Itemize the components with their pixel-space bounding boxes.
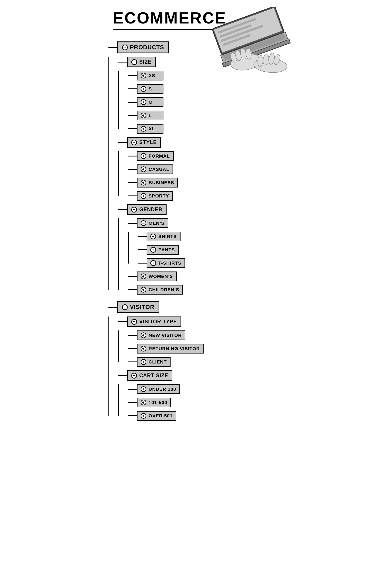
node-box-root-visitor[interactable]: VISITOR bbox=[117, 301, 159, 313]
tree-node-mens: MEN’SSHIRTSPANTST-SHIRTS bbox=[128, 218, 286, 268]
plus-icon-casual[interactable] bbox=[141, 167, 146, 172]
node-box-shirts[interactable]: SHIRTS bbox=[147, 231, 180, 241]
plus-icon-tshirts[interactable] bbox=[150, 260, 156, 266]
tree-node-sporty: SPORTY bbox=[128, 191, 286, 201]
node-box-mens[interactable]: MEN’S bbox=[137, 218, 168, 228]
children-inner-gender: MEN’SSHIRTSPANTST-SHIRTSWOMEN’SCHILDREN’… bbox=[118, 218, 286, 294]
node-box-formal[interactable]: FORMAL bbox=[137, 151, 174, 161]
node-box-size[interactable]: SIZE bbox=[127, 57, 156, 67]
node-row-pants: PANTS bbox=[138, 245, 286, 255]
node-row-casual: CASUAL bbox=[128, 165, 286, 174]
children-inner-root-visitor: VISITOR TYPENEW VISITORRETURNING VISITOR… bbox=[109, 316, 286, 421]
minus-icon-root-products[interactable] bbox=[122, 44, 128, 50]
node-label-s: S bbox=[149, 86, 152, 92]
node-row-shirts: SHIRTS bbox=[138, 231, 286, 241]
node-label-gender: GENDER bbox=[139, 207, 162, 212]
h-connector-size bbox=[118, 62, 127, 63]
plus-icon-xs[interactable] bbox=[141, 73, 146, 79]
node-row-new-visitor: NEW VISITOR bbox=[128, 331, 286, 340]
node-box-returning-visitor[interactable]: RETURNING VISITOR bbox=[137, 344, 203, 354]
node-box-childrens[interactable]: CHILDREN’S bbox=[137, 285, 183, 294]
tree-node-business: BUSINESS bbox=[128, 178, 286, 188]
node-box-l[interactable]: L bbox=[137, 111, 163, 120]
children-inner-style: FORMALCASUALBUSINESSSPORTY bbox=[118, 151, 286, 201]
vert-line-size bbox=[118, 71, 119, 129]
minus-icon-style[interactable] bbox=[131, 140, 137, 145]
node-box-womens[interactable]: WOMEN’S bbox=[137, 272, 177, 281]
tree-node-womens: WOMEN’S bbox=[128, 272, 286, 281]
tree-node-cart-size: CART SIZEUNDER 100101-500OVER 501 bbox=[118, 370, 286, 421]
node-box-xl[interactable]: XL bbox=[137, 124, 163, 134]
plus-icon-returning-visitor[interactable] bbox=[141, 346, 146, 352]
plus-icon-formal[interactable] bbox=[141, 153, 146, 159]
node-label-client: CLIENT bbox=[149, 359, 167, 365]
node-row-s: S bbox=[128, 84, 286, 94]
node-row-m: M bbox=[128, 97, 286, 107]
minus-icon-visitor-type[interactable] bbox=[131, 319, 137, 325]
tree-node-returning-visitor: RETURNING VISITOR bbox=[128, 344, 286, 354]
node-box-under100[interactable]: UNDER 100 bbox=[137, 384, 180, 394]
children-inner-root-products: SIZEXSSMLXLSTYLEFORMALCASUALBUSINESSSPOR… bbox=[109, 57, 286, 294]
minus-icon-gender[interactable] bbox=[131, 207, 137, 212]
node-box-style[interactable]: STYLE bbox=[127, 137, 161, 147]
node-box-visitor-type[interactable]: VISITOR TYPE bbox=[127, 316, 181, 327]
plus-icon-m[interactable] bbox=[141, 99, 146, 105]
minus-icon-mens[interactable] bbox=[141, 220, 146, 226]
minus-icon-root-visitor[interactable] bbox=[122, 304, 128, 310]
plus-icon-under100[interactable] bbox=[141, 386, 146, 392]
node-row-returning-visitor: RETURNING VISITOR bbox=[128, 344, 286, 354]
plus-icon-l[interactable] bbox=[141, 113, 146, 118]
plus-icon-shirts[interactable] bbox=[150, 234, 156, 239]
minus-icon-cart-size[interactable] bbox=[131, 373, 137, 378]
node-label-m: M bbox=[149, 100, 153, 105]
tree-node-s: S bbox=[128, 84, 286, 94]
node-box-new-visitor[interactable]: NEW VISITOR bbox=[137, 331, 185, 340]
children-gender: MEN’SSHIRTSPANTST-SHIRTSWOMEN’SCHILDREN’… bbox=[118, 215, 286, 294]
plus-icon-womens[interactable] bbox=[141, 273, 146, 279]
plus-icon-new-visitor[interactable] bbox=[141, 333, 146, 338]
node-box-root-products[interactable]: PRODUCTS bbox=[117, 42, 169, 53]
node-box-s[interactable]: S bbox=[137, 84, 163, 94]
plus-icon-business[interactable] bbox=[141, 180, 146, 186]
h-connector-pants bbox=[138, 249, 147, 250]
tree-node-pants: PANTS bbox=[138, 245, 286, 255]
node-box-pants[interactable]: PANTS bbox=[147, 245, 179, 255]
node-label-l: L bbox=[149, 113, 152, 118]
node-box-tshirts[interactable]: T-SHIRTS bbox=[147, 258, 185, 268]
tree-node-shirts: SHIRTS bbox=[138, 231, 286, 241]
node-box-101-500[interactable]: 101-500 bbox=[137, 398, 171, 407]
node-box-client[interactable]: CLIENT bbox=[137, 357, 171, 367]
plus-icon-sporty[interactable] bbox=[141, 193, 146, 199]
node-box-business[interactable]: BUSINESS bbox=[137, 178, 178, 188]
node-label-childrens: CHILDREN’S bbox=[149, 287, 179, 292]
node-box-sporty[interactable]: SPORTY bbox=[137, 191, 173, 201]
node-box-m[interactable]: M bbox=[137, 97, 163, 107]
node-label-new-visitor: NEW VISITOR bbox=[149, 333, 182, 338]
node-label-root-visitor: VISITOR bbox=[130, 304, 155, 311]
node-row-client: CLIENT bbox=[128, 357, 286, 367]
children-inner-mens: SHIRTSPANTST-SHIRTS bbox=[128, 231, 286, 268]
plus-icon-over501[interactable] bbox=[141, 413, 146, 419]
plus-icon-pants[interactable] bbox=[150, 247, 156, 253]
node-box-over501[interactable]: OVER 501 bbox=[137, 411, 176, 421]
node-box-xs[interactable]: XS bbox=[137, 71, 163, 81]
node-box-gender[interactable]: GENDER bbox=[127, 204, 167, 215]
plus-icon-s[interactable] bbox=[141, 86, 146, 92]
tree-node-formal: FORMAL bbox=[128, 151, 286, 161]
minus-icon-size[interactable] bbox=[131, 59, 137, 65]
page-container: ECOMMERCE bbox=[95, 0, 286, 421]
vert-line-gender bbox=[118, 218, 119, 290]
node-box-cart-size[interactable]: CART SIZE bbox=[127, 370, 172, 381]
plus-icon-101-500[interactable] bbox=[141, 399, 146, 405]
node-row-visitor-type: VISITOR TYPE bbox=[118, 316, 286, 327]
plus-icon-client[interactable] bbox=[141, 359, 146, 365]
node-box-casual[interactable]: CASUAL bbox=[137, 165, 173, 174]
h-connector-mens bbox=[128, 223, 137, 224]
h-connector-new-visitor bbox=[128, 335, 137, 336]
vert-line-root-products bbox=[109, 57, 109, 290]
children-inner-size: XSSMLXL bbox=[118, 71, 286, 134]
plus-icon-xl[interactable] bbox=[141, 126, 146, 132]
node-row-over501: OVER 501 bbox=[128, 411, 286, 421]
tree-root-visitor: VISITORVISITOR TYPENEW VISITORRETURNING … bbox=[109, 301, 286, 421]
plus-icon-childrens[interactable] bbox=[141, 287, 146, 293]
